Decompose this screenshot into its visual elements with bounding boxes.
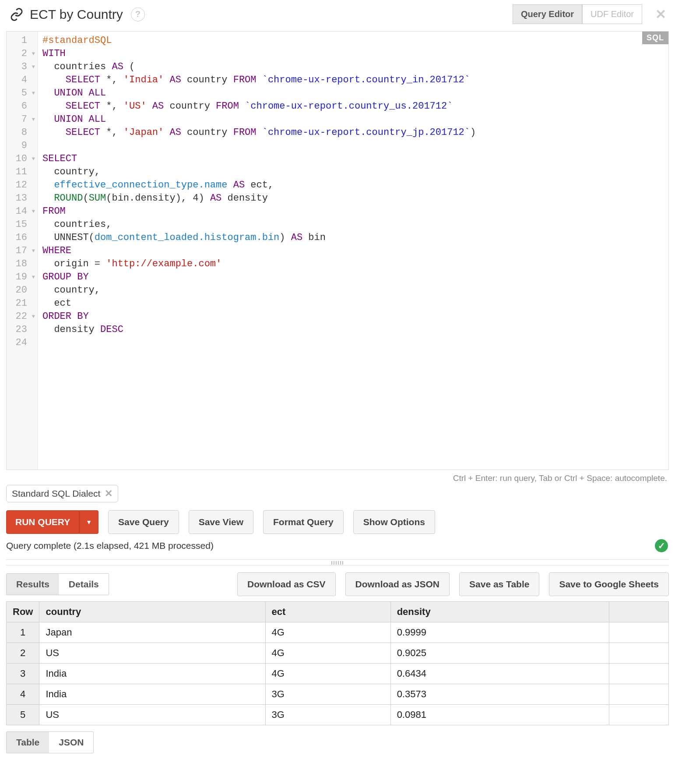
line-number: 5▼	[9, 87, 35, 100]
col-density: density	[390, 602, 609, 622]
action-toolbar: RUN QUERY ▼ Save Query Save View Format …	[0, 507, 675, 537]
cell-row: 5	[7, 705, 39, 725]
cell-ect: 4G	[265, 622, 390, 643]
cell-country: India	[39, 664, 265, 684]
query-title: ECT by Country	[30, 7, 123, 22]
code-area[interactable]: #standardSQL WITH countries AS ( SELECT …	[38, 32, 668, 470]
line-number: 19▼	[9, 271, 35, 284]
view-table-button[interactable]: Table	[7, 732, 49, 753]
save-view-button[interactable]: Save View	[189, 510, 253, 534]
download-json-button[interactable]: Download as JSON	[345, 572, 450, 596]
line-number: 13	[9, 192, 35, 205]
col-country: country	[39, 602, 265, 622]
line-number: 9	[9, 139, 35, 152]
results-table: Rowcountryectdensity 1Japan4G0.99992US4G…	[6, 601, 669, 725]
run-query-dropdown[interactable]: ▼	[79, 510, 98, 534]
line-number: 8	[9, 126, 35, 139]
table-row: 3India4G0.6434	[7, 664, 669, 684]
line-number: 21	[9, 297, 35, 310]
save-query-button[interactable]: Save Query	[108, 510, 179, 534]
success-icon: ✓	[655, 539, 668, 552]
cell-country: Japan	[39, 622, 265, 643]
link-icon	[10, 7, 24, 21]
chip-close-icon[interactable]: ✕	[105, 488, 112, 499]
line-number: 14▼	[9, 205, 35, 218]
line-number: 23	[9, 323, 35, 336]
table-row: 5US3G0.0981	[7, 705, 669, 725]
cell-filler	[609, 622, 668, 643]
cell-row: 4	[7, 684, 39, 705]
cell-ect: 4G	[265, 664, 390, 684]
cell-density: 0.9999	[390, 622, 609, 643]
line-number: 16	[9, 231, 35, 244]
cell-ect: 4G	[265, 643, 390, 664]
help-icon[interactable]: ?	[131, 7, 145, 21]
download-csv-button[interactable]: Download as CSV	[237, 572, 336, 596]
cell-density: 0.9025	[390, 643, 609, 664]
cell-country: India	[39, 684, 265, 705]
line-gutter: 12▼3▼45▼67▼8910▼11121314▼151617▼1819▼202…	[7, 32, 38, 470]
save-to-sheets-button[interactable]: Save to Google Sheets	[549, 572, 669, 596]
editor-hints: Ctrl + Enter: run query, Tab or Ctrl + S…	[0, 470, 675, 485]
sql-badge: SQL	[642, 32, 668, 44]
sql-dialect-chip[interactable]: Standard SQL Dialect ✕	[6, 485, 118, 502]
cell-filler	[609, 643, 668, 664]
line-number: 6	[9, 100, 35, 113]
cell-ect: 3G	[265, 684, 390, 705]
table-row: 2US4G0.9025	[7, 643, 669, 664]
status-text: Query complete (2.1s elapsed, 421 MB pro…	[6, 540, 214, 551]
format-query-button[interactable]: Format Query	[263, 510, 344, 534]
cell-filler	[609, 705, 668, 725]
close-icon[interactable]: ✕	[653, 7, 669, 22]
line-number: 12	[9, 179, 35, 192]
line-number: 20	[9, 284, 35, 297]
run-query-button[interactable]: RUN QUERY	[6, 510, 79, 534]
col-ect: ect	[265, 602, 390, 622]
cell-row: 2	[7, 643, 39, 664]
view-json-button[interactable]: JSON	[49, 732, 93, 753]
cell-country: US	[39, 643, 265, 664]
cell-density: 0.0981	[390, 705, 609, 725]
line-number: 2▼	[9, 47, 35, 60]
table-row: 4India3G0.3573	[7, 684, 669, 705]
cell-row: 3	[7, 664, 39, 684]
pane-splitter[interactable]	[6, 559, 669, 565]
line-number: 10▼	[9, 152, 35, 166]
line-number: 17▼	[9, 244, 35, 258]
cell-ect: 3G	[265, 705, 390, 725]
cell-row: 1	[7, 622, 39, 643]
editor-header: ECT by Country ? Query Editor UDF Editor…	[0, 0, 675, 28]
cell-filler	[609, 664, 668, 684]
save-as-table-button[interactable]: Save as Table	[459, 572, 539, 596]
line-number: 3▼	[9, 60, 35, 74]
line-number: 4	[9, 74, 35, 87]
line-number: 15	[9, 218, 35, 231]
sql-editor[interactable]: SQL 12▼3▼45▼67▼8910▼11121314▼151617▼1819…	[6, 31, 669, 470]
cell-country: US	[39, 705, 265, 725]
tab-udf-editor[interactable]: UDF Editor	[582, 4, 642, 24]
col-row: Row	[7, 602, 39, 622]
line-number: 7▼	[9, 113, 35, 126]
sql-dialect-label: Standard SQL Dialect	[12, 488, 100, 499]
line-number: 22▼	[9, 310, 35, 323]
line-number: 18	[9, 258, 35, 271]
col-filler	[609, 602, 668, 622]
results-toolbar: Results Details Download as CSV Download…	[0, 570, 675, 599]
table-row: 1Japan4G0.9999	[7, 622, 669, 643]
cell-density: 0.6434	[390, 664, 609, 684]
line-number: 24	[9, 336, 35, 350]
tab-details[interactable]: Details	[59, 574, 109, 595]
line-number: 11	[9, 166, 35, 179]
cell-density: 0.3573	[390, 684, 609, 705]
line-number: 1	[9, 34, 35, 47]
show-options-button[interactable]: Show Options	[353, 510, 435, 534]
status-row: Query complete (2.1s elapsed, 421 MB pro…	[0, 537, 675, 555]
cell-filler	[609, 684, 668, 705]
tab-results[interactable]: Results	[7, 574, 59, 595]
tab-query-editor[interactable]: Query Editor	[513, 4, 582, 24]
